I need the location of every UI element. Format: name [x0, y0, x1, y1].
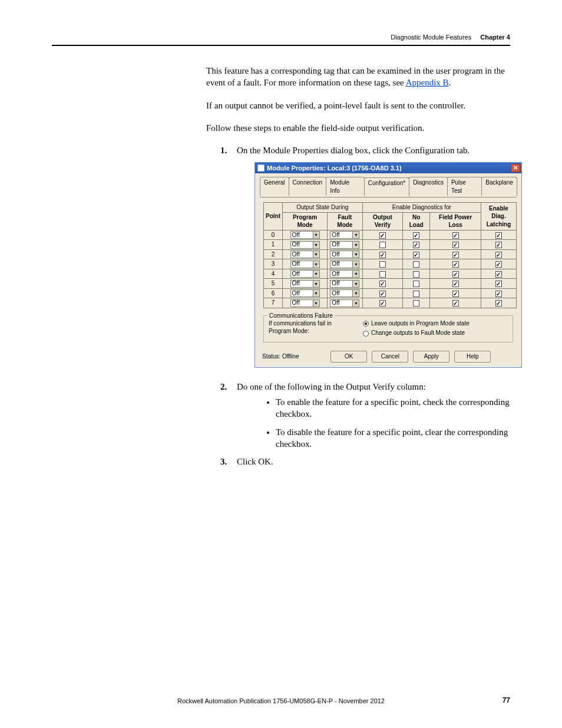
tab-module-info[interactable]: Module Info [326, 177, 365, 196]
tab-rule [260, 197, 517, 197]
program-mode-cell: Off▼ [283, 249, 328, 259]
page-header: Diagnostic Module Features Chapter 4 [391, 34, 510, 41]
chevron-down-icon: ▼ [352, 281, 359, 287]
checkbox[interactable] [452, 252, 459, 258]
tab-configuration-[interactable]: Configuration* [364, 177, 409, 196]
field-power-cell [430, 298, 481, 308]
checkbox[interactable] [495, 291, 502, 297]
program-mode-cell: Off▼ [283, 240, 328, 250]
step-3-text: Click OK. [237, 457, 273, 466]
body-content: This feature has a corresponding tag tha… [206, 65, 510, 473]
comm-legend: Communications Failure [267, 312, 335, 320]
ok-button[interactable]: OK [330, 351, 367, 363]
checkbox[interactable] [379, 281, 386, 287]
tab-connection[interactable]: Connection [289, 177, 327, 196]
checkbox[interactable] [495, 300, 502, 307]
bullet-enable: To enable the feature for a specific poi… [276, 396, 510, 420]
checkbox[interactable] [495, 271, 502, 278]
dropdown[interactable]: Off▼ [290, 289, 320, 297]
dropdown[interactable]: Off▼ [330, 289, 359, 297]
output-verify-cell [362, 230, 402, 240]
step-1-num: 1. [220, 144, 227, 156]
col-fault-mode: Fault Mode [328, 212, 363, 230]
checkbox[interactable] [452, 261, 459, 268]
checkbox[interactable] [379, 291, 386, 297]
dropdown[interactable]: Off▼ [330, 261, 359, 268]
checkbox[interactable] [452, 271, 459, 278]
tab-backplane[interactable]: Backplane [481, 177, 517, 196]
checkbox[interactable] [452, 232, 459, 239]
checkbox[interactable] [413, 281, 419, 287]
checkbox[interactable] [379, 261, 386, 268]
dropdown[interactable]: Off▼ [290, 270, 320, 278]
dropdown[interactable]: Off▼ [330, 231, 359, 239]
dropdown[interactable]: Off▼ [330, 299, 359, 307]
dropdown[interactable]: Off▼ [290, 241, 320, 249]
tab-general[interactable]: General [260, 177, 289, 196]
step-3: 3.Click OK. [224, 456, 510, 467]
checkbox[interactable] [452, 281, 459, 287]
chevron-down-icon: ▼ [352, 232, 359, 238]
checkbox[interactable] [379, 252, 386, 258]
checkbox[interactable] [495, 252, 502, 258]
checkbox[interactable] [413, 252, 419, 258]
checkbox[interactable] [379, 271, 386, 278]
point-cell: 2 [264, 249, 283, 259]
help-button[interactable]: Help [454, 351, 491, 363]
p1-text: This feature has a corresponding tag tha… [206, 66, 505, 87]
field-power-cell [430, 240, 481, 250]
field-power-cell [430, 269, 481, 279]
no-load-cell [403, 249, 430, 259]
tab-diagnostics[interactable]: Diagnostics [409, 177, 448, 196]
comm-text: If communications fail in Program Mode: [269, 319, 345, 337]
close-icon[interactable]: ✕ [511, 164, 520, 172]
checkbox[interactable] [413, 291, 419, 297]
dropdown[interactable]: Off▼ [290, 261, 320, 268]
dropdown[interactable]: Off▼ [290, 299, 320, 307]
checkbox[interactable] [379, 242, 386, 248]
checkbox[interactable] [379, 300, 386, 307]
radio-change[interactable]: Change outputs to Fault Mode state [363, 329, 470, 337]
paragraph-2: If an output cannot be verified, a point… [206, 100, 510, 111]
checkbox[interactable] [379, 232, 386, 239]
table-row: 5Off▼Off▼ [264, 279, 517, 289]
field-power-cell [430, 288, 481, 298]
checkbox[interactable] [495, 242, 502, 248]
checkbox[interactable] [413, 242, 419, 248]
radio-icon [363, 321, 369, 327]
comm-failure-group: Communications Failure If communications… [263, 315, 513, 342]
dropdown[interactable]: Off▼ [290, 280, 320, 288]
tab-pulse-test[interactable]: Pulse Test [447, 177, 482, 196]
step-1: 1.On the Module Properties dialog box, c… [224, 144, 510, 368]
apply-button[interactable]: Apply [413, 351, 449, 363]
checkbox[interactable] [495, 281, 502, 287]
dropdown[interactable]: Off▼ [330, 270, 359, 278]
checkbox[interactable] [495, 232, 502, 239]
dialog-buttons: OK Cancel Apply Help [305, 351, 517, 363]
checkbox[interactable] [452, 291, 459, 297]
checkbox[interactable] [495, 261, 502, 268]
dropdown[interactable]: Off▼ [330, 251, 359, 258]
dropdown[interactable]: Off▼ [330, 241, 359, 249]
dropdown[interactable]: Off▼ [290, 251, 320, 258]
latching-cell [481, 279, 517, 289]
output-verify-cell [362, 298, 402, 308]
appendix-link[interactable]: Appendix B [406, 78, 449, 87]
checkbox[interactable] [452, 300, 459, 307]
radio-leave[interactable]: Leave outputs in Program Mode state [363, 319, 470, 328]
dropdown[interactable]: Off▼ [290, 231, 320, 239]
dropdown[interactable]: Off▼ [330, 280, 359, 288]
comm-options: Leave outputs in Program Mode state Chan… [363, 319, 470, 337]
latching-cell [481, 249, 517, 259]
dialog-screenshot: Module Properties: Local:3 (1756-OA8D 3.… [254, 162, 522, 368]
cancel-button[interactable]: Cancel [372, 351, 408, 363]
checkbox[interactable] [413, 232, 419, 239]
program-mode-cell: Off▼ [283, 230, 328, 240]
checkbox[interactable] [452, 242, 459, 248]
program-mode-cell: Off▼ [283, 269, 328, 279]
checkbox[interactable] [413, 300, 419, 307]
point-cell: 3 [264, 259, 283, 269]
checkbox[interactable] [413, 271, 419, 278]
checkbox[interactable] [413, 261, 419, 268]
bullet-disable: To disable the feature for a specific po… [276, 426, 510, 450]
